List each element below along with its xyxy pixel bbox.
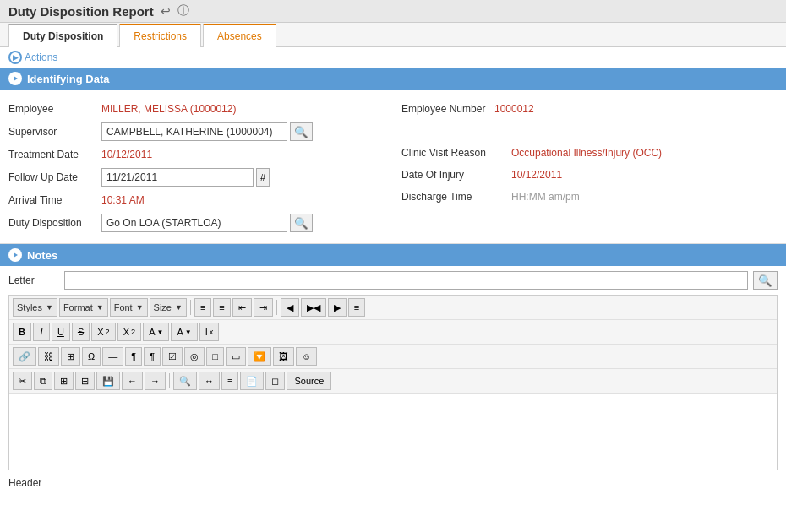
styles-dropdown-arrow: ▼ xyxy=(46,303,53,312)
find-btn[interactable]: 🔍 xyxy=(173,372,197,390)
paragraph-btn[interactable]: ¶ xyxy=(125,347,142,366)
employee-number-value: 1000012 xyxy=(494,103,534,115)
replace-btn[interactable]: ↔ xyxy=(199,372,220,390)
toolbar-row-1: Styles ▼ Format ▼ Font ▼ Size ▼ ≡ ≡ ⇤ ⇥ … xyxy=(9,296,777,320)
ordered-list-btn[interactable]: ≡ xyxy=(194,298,211,317)
follow-up-date-input[interactable] xyxy=(101,168,254,187)
size-dropdown-arrow: ▼ xyxy=(175,303,183,312)
radio-btn[interactable]: ◎ xyxy=(184,347,205,366)
section-toggle-identifying xyxy=(8,72,22,85)
supervisor-search-btn[interactable]: 🔍 xyxy=(290,122,313,141)
duty-disposition-input[interactable] xyxy=(101,214,287,232)
special-char-btn[interactable]: Ω xyxy=(82,347,101,366)
undo-icon[interactable]: ↩ xyxy=(161,4,171,18)
letter-search-btn[interactable]: 🔍 xyxy=(753,271,778,290)
textbox-btn[interactable]: □ xyxy=(206,347,224,366)
undo-btn[interactable]: ← xyxy=(122,372,143,390)
discharge-time-label: Discharge Time xyxy=(401,191,511,203)
print-btn[interactable]: 📄 xyxy=(240,372,264,390)
supervisor-input-group: 🔍 xyxy=(101,122,313,141)
underline-btn[interactable]: U xyxy=(52,323,70,341)
copy-btn[interactable]: ⧉ xyxy=(34,372,52,390)
bold-btn[interactable]: B xyxy=(13,323,31,341)
image-btn[interactable]: 🖼 xyxy=(273,347,294,366)
clear-format-btn[interactable]: Ix xyxy=(199,323,220,341)
date-of-injury-label: Date Of Injury xyxy=(401,169,511,181)
identifying-data-form: Employee MILLER, MELISSA (1000012) Super… xyxy=(0,90,786,244)
select-all-btn[interactable]: ≡ xyxy=(221,372,238,390)
justify-btn[interactable]: ≡ xyxy=(348,298,365,317)
redo-btn[interactable]: → xyxy=(145,372,166,390)
sep-2 xyxy=(276,300,277,315)
arrival-time-label: Arrival Time xyxy=(8,194,101,206)
select-btn[interactable]: 🔽 xyxy=(248,347,271,366)
align-right-btn[interactable]: ▶ xyxy=(328,298,347,317)
preview-btn[interactable]: ◻ xyxy=(265,372,285,390)
font-dropdown[interactable]: Font ▼ xyxy=(110,298,148,317)
highlight-color-btn[interactable]: Ā▼ xyxy=(171,323,197,341)
strikethrough-btn[interactable]: S xyxy=(72,323,90,341)
supervisor-row: Supervisor 🔍 xyxy=(8,120,385,144)
subscript-btn[interactable]: X2 xyxy=(91,323,115,341)
svg-marker-1 xyxy=(14,252,18,258)
outdent-btn[interactable]: ⇤ xyxy=(232,298,252,317)
discharge-time-row: Discharge Time HH:MM am/pm xyxy=(401,186,778,208)
supervisor-label: Supervisor xyxy=(8,126,101,138)
discharge-time-value: HH:MM am/pm xyxy=(511,191,580,203)
editor-area[interactable] xyxy=(8,394,778,470)
size-dropdown[interactable]: Size ▼ xyxy=(150,298,187,317)
link-btn[interactable]: 🔗 xyxy=(13,347,36,366)
form-right-col: Employee Number 1000012 Clinic Visit Rea… xyxy=(393,95,786,238)
follow-up-date-label: Follow Up Date xyxy=(8,171,101,183)
employee-label: Employee xyxy=(8,103,101,115)
textarea-btn[interactable]: ▭ xyxy=(226,347,246,366)
paste-text-btn[interactable]: ⊞ xyxy=(54,372,74,390)
cut-btn[interactable]: ✂ xyxy=(13,372,32,390)
align-center-btn[interactable]: ▶◀ xyxy=(301,298,326,317)
font-color-btn[interactable]: A▼ xyxy=(143,323,169,341)
employee-value: MILLER, MELISSA (1000012) xyxy=(101,103,236,115)
form-left-col: Employee MILLER, MELISSA (1000012) Super… xyxy=(0,95,393,238)
bidi-btn[interactable]: ¶ xyxy=(144,347,161,366)
toolbar-row-2: B I U S X2 X2 A▼ Ā▼ Ix xyxy=(9,320,777,345)
duty-disposition-search-btn[interactable]: 🔍 xyxy=(290,214,313,232)
italic-btn[interactable]: I xyxy=(33,323,50,341)
info-icon[interactable]: ⓘ xyxy=(177,3,189,19)
checkbox-btn[interactable]: ☑ xyxy=(162,347,183,366)
tab-restrictions[interactable]: Restrictions xyxy=(119,24,201,47)
page-header: Duty Disposition Report ↩ ⓘ xyxy=(0,0,786,23)
actions-link[interactable]: ▶ Actions xyxy=(8,51,778,64)
header-row: Header xyxy=(8,475,778,489)
identifying-data-title: Identifying Data xyxy=(27,73,110,85)
identifying-data-header[interactable]: Identifying Data xyxy=(0,68,786,90)
section-toggle-notes xyxy=(8,248,22,262)
notes-header[interactable]: Notes xyxy=(0,244,786,266)
indent-btn[interactable]: ⇥ xyxy=(254,298,273,317)
actions-bar: ▶ Actions xyxy=(0,47,786,68)
align-left-btn[interactable]: ◀ xyxy=(281,298,299,317)
employee-number-label: Employee Number xyxy=(401,103,494,115)
styles-dropdown[interactable]: Styles ▼ xyxy=(13,298,57,317)
unordered-list-btn[interactable]: ≡ xyxy=(213,298,230,317)
duty-disposition-input-group: 🔍 xyxy=(101,214,313,232)
table-btn[interactable]: ⊞ xyxy=(61,347,80,366)
calendar-btn[interactable]: # xyxy=(256,168,270,187)
notes-content: Letter 🔍 Styles ▼ Format ▼ Font ▼ Size ▼ xyxy=(0,266,786,494)
clinic-visit-reason-value: Occupational Illness/Injury (OCC) xyxy=(511,147,662,159)
unlink-btn[interactable]: ⛓ xyxy=(38,347,59,366)
clinic-visit-reason-label: Clinic Visit Reason xyxy=(401,147,511,159)
treatment-date-value: 10/12/2011 xyxy=(101,149,152,160)
supervisor-input[interactable] xyxy=(101,122,287,141)
hline-btn[interactable]: — xyxy=(102,347,123,366)
letter-input[interactable] xyxy=(64,271,748,290)
toolbar-row-3: 🔗 ⛓ ⊞ Ω — ¶ ¶ ☑ ◎ □ ▭ 🔽 🖼 ☺ xyxy=(9,345,777,369)
tab-duty-disposition[interactable]: Duty Disposition xyxy=(8,24,117,47)
smiley-btn[interactable]: ☺ xyxy=(296,347,317,366)
source-btn[interactable]: Source xyxy=(287,372,331,390)
treatment-date-row: Treatment Date 10/12/2011 xyxy=(8,144,385,166)
save-btn[interactable]: 💾 xyxy=(96,372,120,390)
superscript-btn[interactable]: X2 xyxy=(117,323,141,341)
tab-absences[interactable]: Absences xyxy=(203,24,276,47)
format-dropdown[interactable]: Format ▼ xyxy=(59,298,108,317)
paste-word-btn[interactable]: ⊟ xyxy=(75,372,95,390)
